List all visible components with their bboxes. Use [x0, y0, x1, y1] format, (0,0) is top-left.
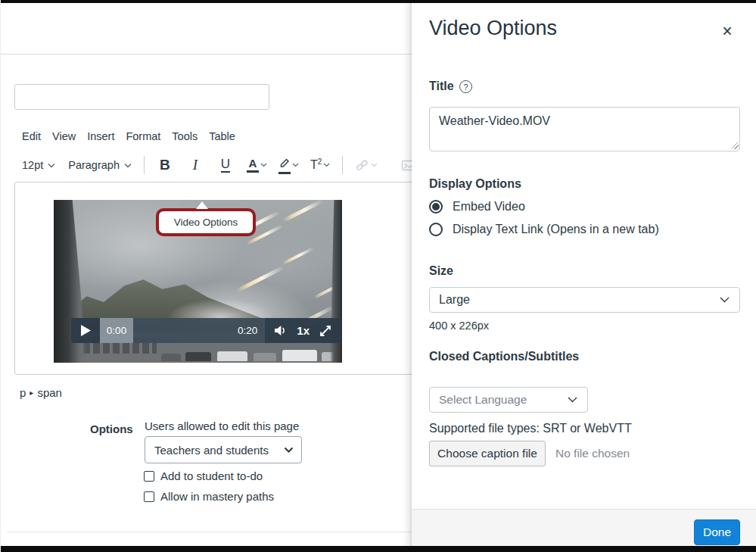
text-color-button[interactable]: A — [247, 155, 267, 175]
path-separator-icon: ▸ — [30, 388, 33, 397]
play-button[interactable] — [71, 318, 100, 343]
embedded-video-player[interactable]: Video Options 0:00 0:20 1x — [54, 200, 342, 363]
window-bottom-bar — [1, 546, 756, 552]
size-select[interactable]: Large — [429, 287, 740, 313]
add-to-student-todo-checkbox[interactable] — [144, 471, 154, 482]
page-title-input[interactable] — [14, 84, 269, 110]
volume-icon[interactable] — [274, 325, 287, 336]
link-icon — [355, 158, 369, 172]
path-root[interactable]: p — [20, 386, 26, 399]
caption-language-placeholder: Select Language — [439, 393, 527, 407]
video-controls-bar: 0:00 0:20 1x — [71, 318, 341, 343]
caption-language-select[interactable]: Select Language — [429, 387, 588, 413]
menu-edit[interactable]: Edit — [22, 130, 41, 142]
bold-button[interactable]: B — [157, 155, 173, 175]
embed-video-radio[interactable] — [429, 200, 443, 214]
display-options-heading: Display Options — [429, 177, 521, 191]
highlighter-icon — [278, 157, 291, 174]
current-time: 0:00 — [107, 325, 126, 336]
italic-glyph: I — [193, 157, 198, 173]
underline-button[interactable]: U — [217, 155, 234, 175]
paragraph-format-value: Paragraph — [68, 159, 120, 171]
menu-table[interactable]: Table — [209, 130, 235, 142]
superscript-icon: T2 — [310, 157, 322, 172]
font-size-value: 12pt — [22, 159, 43, 171]
video-scene-car — [185, 352, 211, 361]
edit-permission-label: Users allowed to edit this page — [145, 419, 299, 432]
chevron-down-icon — [124, 163, 132, 168]
todo-checkbox-row: Add to student to-do — [144, 469, 263, 482]
size-value: Large — [439, 293, 470, 307]
size-heading: Size — [429, 264, 453, 278]
chevron-down-icon — [284, 447, 294, 454]
superscript-button[interactable]: T2 — [310, 155, 330, 175]
chevron-down-icon — [292, 163, 299, 167]
add-to-student-todo-label: Add to student to-do — [160, 469, 263, 482]
play-icon — [81, 325, 91, 336]
video-options-button-label: Video Options — [174, 217, 238, 228]
supported-file-types: Supported file types: SRT or WebVTT — [429, 422, 632, 435]
video-scene-car — [282, 350, 317, 361]
video-scene-light-streak — [236, 265, 285, 292]
chevron-down-icon — [48, 163, 55, 168]
chevron-down-icon — [260, 163, 267, 167]
path-child[interactable]: span — [37, 386, 62, 399]
rce-toolbar: 12pt Paragraph B I U A T2 — [22, 154, 423, 176]
canvas-page-editor: Edit View Insert Format Tools Table 12pt… — [0, 0, 756, 552]
menu-format[interactable]: Format — [126, 130, 160, 142]
video-title-textarea[interactable]: Weather-Video.MOV — [429, 107, 740, 151]
highlight-color-button[interactable] — [278, 155, 299, 175]
paragraph-format-dropdown[interactable]: Paragraph — [68, 159, 132, 171]
font-size-dropdown[interactable]: 12pt — [22, 159, 55, 171]
playback-speed-button[interactable]: 1x — [297, 324, 310, 337]
italic-button[interactable]: I — [187, 155, 204, 175]
chevron-down-icon — [371, 163, 378, 167]
text-link-radio[interactable] — [429, 223, 443, 236]
toolbar-divider — [144, 156, 145, 174]
embed-video-label: Embed Video — [453, 200, 525, 214]
underline-glyph: U — [221, 157, 230, 173]
duration: 0:20 — [238, 325, 257, 336]
video-scene-light-streak — [282, 247, 315, 265]
chevron-down-icon — [323, 163, 330, 167]
video-scene-car — [161, 354, 181, 361]
options-label: Options — [90, 423, 133, 435]
text-color-icon: A — [247, 157, 259, 173]
edit-permission-value: Teachers and students — [154, 444, 269, 457]
title-field-label: Title — [429, 80, 454, 93]
menu-view[interactable]: View — [52, 130, 76, 142]
text-link-radio-row[interactable]: Display Text Link (Opens in a new tab) — [429, 223, 659, 236]
rce-menubar: Edit View Insert Format Tools Table — [22, 130, 235, 142]
chevron-down-icon — [567, 396, 578, 404]
choose-caption-file-button[interactable]: Choose caption file — [429, 441, 546, 466]
element-path-statusbar: p ▸ span — [20, 386, 62, 399]
toolbar-divider — [342, 156, 343, 174]
chevron-down-icon — [719, 296, 730, 304]
video-scene-car — [217, 351, 247, 361]
player-controls: 1x — [265, 318, 341, 343]
mastery-checkbox-row: Allow in mastery paths — [144, 490, 274, 503]
window-top-bar — [1, 0, 756, 3]
video-scene-light-streak — [282, 200, 323, 223]
done-button[interactable]: Done — [694, 519, 740, 545]
embed-video-radio-row[interactable]: Embed Video — [429, 200, 525, 214]
link-button[interactable] — [355, 155, 378, 175]
help-icon[interactable]: ? — [459, 80, 472, 93]
edit-permission-select[interactable]: Teachers and students — [145, 436, 302, 463]
timeline-track[interactable]: 0:20 — [133, 318, 265, 343]
video-scene-car — [254, 353, 276, 361]
captions-heading: Closed Captions/Subtitles — [429, 350, 579, 363]
scrubber-handle[interactable]: 0:00 — [100, 318, 133, 343]
allow-in-mastery-paths-label: Allow in mastery paths — [160, 490, 274, 503]
tray-title: Video Options — [429, 17, 557, 40]
close-icon[interactable]: × — [716, 20, 739, 42]
fullscreen-icon[interactable] — [319, 325, 331, 337]
menu-tools[interactable]: Tools — [172, 130, 198, 142]
no-file-chosen-text: No file chosen — [555, 447, 630, 460]
text-link-label: Display Text Link (Opens in a new tab) — [453, 223, 659, 236]
video-options-tooltip-caret — [196, 201, 208, 209]
video-options-button[interactable]: Video Options — [156, 208, 256, 236]
size-dimensions: 400 x 226px — [429, 320, 489, 332]
allow-in-mastery-paths-checkbox[interactable] — [144, 491, 154, 502]
menu-insert[interactable]: Insert — [87, 130, 114, 142]
